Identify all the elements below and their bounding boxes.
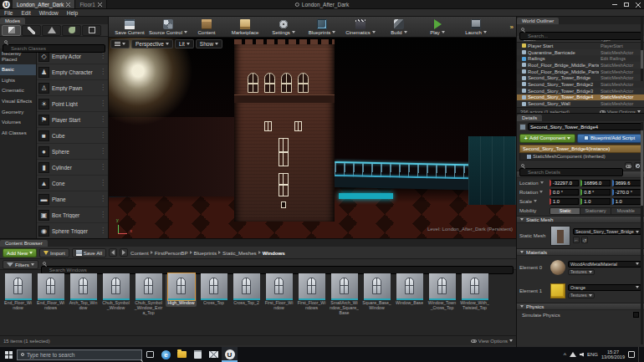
- use-asset-button[interactable]: ←: [573, 237, 580, 243]
- placeable-item[interactable]: ▣ Box Trigger ⋮: [37, 207, 108, 223]
- window-tab[interactable]: London_After_Dark: [13, 0, 75, 8]
- mode-tool-button[interactable]: [22, 25, 41, 36]
- asset-item[interactable]: Arch_Top_Window: [68, 273, 99, 312]
- section-physics[interactable]: Physics: [517, 303, 644, 310]
- details-scrollbar[interactable]: [641, 122, 643, 344]
- mode-tool-button[interactable]: [82, 25, 101, 36]
- asset-item[interactable]: Chub_Symbol_Window: [100, 273, 131, 312]
- drag-grip-icon[interactable]: ⋮: [100, 132, 106, 139]
- static-mesh-dropdown[interactable]: Second_Story_Tower_Bridge: [573, 228, 641, 235]
- outliner-row[interactable]: Second_Story_Tower_Bridge3 StaticMeshAct…: [517, 88, 644, 94]
- details-search-input[interactable]: [519, 168, 623, 176]
- breadcrumb-item[interactable]: Static_Meshes: [222, 250, 257, 256]
- material-thumbnail[interactable]: [550, 283, 565, 298]
- static-mesh-thumbnail[interactable]: [550, 226, 570, 246]
- asset-item[interactable]: Cross_Top_2: [231, 273, 262, 307]
- volume-icon[interactable]: [580, 353, 584, 357]
- taskbar-app-button[interactable]: [190, 347, 206, 362]
- placeable-item[interactable]: ▲ Cone ⋮: [37, 176, 108, 191]
- mode-category[interactable]: Visual Effects: [0, 96, 36, 107]
- add-new-button[interactable]: Add New: [3, 248, 37, 257]
- viewport-options-button[interactable]: [110, 39, 130, 48]
- outliner-row[interactable]: Quarantine_Barricade StaticMeshActor: [517, 49, 644, 56]
- mode-category[interactable]: All Classes: [0, 128, 36, 139]
- asset-item[interactable]: SmallArch_Window_Square_Base: [329, 273, 360, 316]
- start-button[interactable]: [0, 347, 17, 362]
- drag-grip-icon[interactable]: ⋮: [100, 212, 106, 218]
- save-all-button[interactable]: Save All: [72, 248, 106, 257]
- viewport-lit-button[interactable]: Lit: [175, 39, 194, 48]
- clock[interactable]: 15:27 13/06/2019: [601, 349, 625, 360]
- location-axis-field[interactable]: 16896.0: [580, 180, 610, 186]
- taskbar-app-button[interactable]: [174, 347, 190, 362]
- menu-item[interactable]: Window: [35, 10, 63, 16]
- mode-tool-button[interactable]: [2, 25, 21, 36]
- reset-button[interactable]: ↺: [581, 237, 588, 243]
- location-axis-field[interactable]: -32297.0: [549, 180, 579, 186]
- taskbar-search[interactable]: Type here to search: [17, 349, 142, 360]
- scale-axis-field[interactable]: 1.0: [612, 198, 641, 205]
- minimize-button[interactable]: [609, 0, 621, 9]
- drag-grip-icon[interactable]: ⋮: [100, 227, 106, 234]
- taskbar-app-button[interactable]: [206, 347, 222, 362]
- asset-item[interactable]: Window_With_Twisted_Top: [459, 273, 490, 312]
- language-indicator[interactable]: ENG: [587, 352, 598, 357]
- asset-item[interactable]: First_Floor_Windows: [296, 273, 327, 312]
- blueprint-add-script-button[interactable]: Blueprint/Add Script: [577, 134, 641, 143]
- drag-grip-icon[interactable]: ⋮: [100, 180, 106, 186]
- asset-item[interactable]: First_Floor_Window: [263, 273, 294, 312]
- scale-label[interactable]: Scale: [519, 199, 548, 204]
- forward-button[interactable]: [120, 248, 128, 257]
- viewport-3d[interactable]: Perspective Lit Show Level: London_After…: [109, 38, 516, 238]
- asset-item[interactable]: End_Floor_Windows: [35, 273, 66, 312]
- drag-grip-icon[interactable]: ⋮: [100, 84, 106, 91]
- placeable-item[interactable]: ♙ Empty Pawn ⋮: [37, 80, 108, 96]
- drag-grip-icon[interactable]: ⋮: [100, 53, 106, 59]
- drag-grip-icon[interactable]: ⋮: [100, 69, 106, 75]
- breadcrumb-item[interactable]: Blueprints: [194, 250, 217, 256]
- rotation-axis-field[interactable]: 0.0 °: [549, 189, 579, 196]
- drag-grip-icon[interactable]: ⋮: [100, 164, 106, 171]
- mode-category[interactable]: Basic: [0, 64, 36, 75]
- maximize-button[interactable]: [621, 0, 632, 9]
- outliner-scrollbar[interactable]: [641, 17, 643, 81]
- scale-axis-field[interactable]: 1.0: [549, 198, 579, 205]
- tab-world-outliner[interactable]: World Outliner: [517, 18, 559, 24]
- viewport-show-button[interactable]: Show: [196, 39, 222, 48]
- drag-grip-icon[interactable]: ⋮: [100, 100, 106, 107]
- tab-modes[interactable]: Modes: [0, 18, 25, 24]
- scale-axis-field[interactable]: 1.0: [580, 198, 610, 205]
- network-icon[interactable]: [570, 352, 576, 357]
- material-dropdown[interactable]: WoodAndMetalMaterial: [568, 261, 641, 268]
- menu-item[interactable]: Help: [63, 10, 82, 16]
- textures-chip[interactable]: Textures: [568, 269, 595, 275]
- section-materials[interactable]: Materials: [517, 248, 644, 256]
- details-visibility-button[interactable]: [625, 162, 632, 170]
- breadcrumb-item[interactable]: FirstPersonBP: [155, 250, 188, 256]
- show-desktop-button[interactable]: [638, 347, 641, 362]
- toolbar-button[interactable]: Cinematics: [341, 18, 380, 37]
- selected-actor-name[interactable]: Second_Story_Tower_Bridge4: [528, 123, 641, 130]
- placeable-item[interactable]: ● Sphere ⋮: [37, 144, 108, 160]
- outliner-row[interactable]: Second_Story_Tower_Bridge2 StaticMeshAct…: [517, 81, 644, 88]
- location-label[interactable]: Location: [519, 181, 548, 186]
- mobility-option[interactable]: Movable: [611, 208, 641, 214]
- tab-close-icon[interactable]: [66, 3, 70, 7]
- toolbar-button[interactable]: Blueprints: [303, 18, 341, 37]
- taskbar-app-button[interactable]: [142, 347, 158, 362]
- location-axis-field[interactable]: 3699.6: [612, 180, 641, 186]
- asset-item[interactable]: Window_Base: [394, 273, 425, 307]
- filters-button[interactable]: Filters: [3, 260, 38, 269]
- mobility-option[interactable]: Static: [550, 208, 580, 214]
- toolbar-button[interactable]: Launch: [457, 18, 495, 37]
- rotation-axis-field[interactable]: 0.8 °: [580, 189, 610, 196]
- drag-grip-icon[interactable]: ⋮: [100, 148, 106, 155]
- asset-item[interactable]: End_Floor_Window: [3, 273, 33, 312]
- tab-content-browser[interactable]: Content Browser: [0, 240, 48, 247]
- rotation-axis-field[interactable]: -270.0 °: [612, 189, 641, 196]
- toolbar-button[interactable]: Play: [418, 18, 457, 37]
- mode-tool-button[interactable]: [42, 25, 61, 36]
- asset-item[interactable]: Square_Base_Window: [361, 273, 392, 312]
- mobility-option[interactable]: Stationary: [580, 208, 611, 214]
- asset-item[interactable]: Cross_Top: [198, 273, 229, 307]
